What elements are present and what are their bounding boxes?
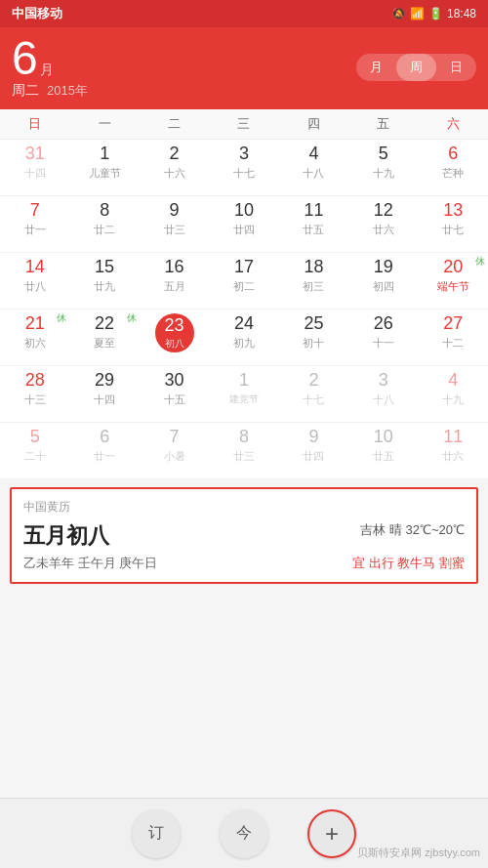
- day-cell[interactable]: 5二十: [0, 423, 69, 479]
- weekday-sun: 日: [0, 109, 69, 139]
- day-cell[interactable]: 6芒种: [419, 140, 488, 196]
- calendar-row-1: 31十四 1儿童节 2十六 3十七 4十八 5十九 6芒种: [0, 140, 488, 196]
- day-cell[interactable]: 30十五: [140, 366, 209, 423]
- watermark: 贝斯特安卓网 zjbstyy.com: [357, 846, 480, 860]
- day-cell[interactable]: 17初二: [209, 253, 278, 310]
- calendar-row-3: 14廿八 15廿九 16五月 17初二 18初三 19初四 休 20端午节: [0, 253, 488, 310]
- info-sub-row: 乙未羊年 壬午月 庚午日 宜 出行 教牛马 割蜜: [23, 555, 465, 572]
- day-cell[interactable]: 19初四: [348, 253, 418, 310]
- calendar-row-4: 休 21初六 休 22夏至 23初八 24初九 25初十 26十一 27十二: [0, 310, 488, 366]
- weekday-sat: 六: [419, 109, 488, 139]
- day-cell[interactable]: 28十三: [0, 366, 69, 423]
- carrier-label: 中国移动: [12, 5, 62, 22]
- calendar-row-2: 7廿一 8廿二 9廿三 10廿四 11廿五 12廿六 13廿七: [0, 196, 488, 253]
- day-cell[interactable]: 26十一: [348, 310, 418, 366]
- silent-icon: 🔕: [391, 7, 406, 21]
- subscribe-button[interactable]: 订: [132, 809, 181, 858]
- day-cell[interactable]: 休 22夏至: [69, 310, 139, 366]
- info-location: 吉林 晴 32℃~20℃: [360, 521, 465, 539]
- day-cell[interactable]: 9廿四: [279, 423, 348, 479]
- day-cell[interactable]: 5十九: [348, 140, 418, 196]
- day-cell[interactable]: 9廿三: [140, 196, 209, 253]
- day-cell[interactable]: 6廿一: [69, 423, 139, 479]
- day-cell[interactable]: 25初十: [279, 310, 348, 366]
- day-cell[interactable]: 31十四: [0, 140, 69, 196]
- header-month-label: 月: [40, 62, 54, 79]
- day-cell-today[interactable]: 23初八: [140, 310, 209, 366]
- day-cell[interactable]: 10廿四: [209, 196, 278, 253]
- calendar-row-6: 5二十 6廿一 7小暑 8廿三 9廿四 10廿五 11廿六: [0, 423, 488, 479]
- header-year: 2015年: [47, 82, 88, 100]
- day-cell[interactable]: 11廿六: [419, 423, 488, 479]
- info-date-cn: 五月初八: [23, 521, 109, 551]
- today-button[interactable]: 今: [220, 809, 268, 858]
- day-cell[interactable]: 3十八: [348, 366, 418, 423]
- info-weather-block: 吉林 晴 32℃~20℃: [360, 521, 465, 539]
- time-label: 18:48: [447, 7, 476, 21]
- day-cell[interactable]: 24初九: [209, 310, 278, 366]
- view-btn-day[interactable]: 日: [436, 54, 476, 81]
- day-cell[interactable]: 16五月: [140, 253, 209, 310]
- view-btn-week[interactable]: 周: [396, 54, 436, 81]
- status-icons: 🔕 📶 🔋 18:48: [391, 7, 476, 21]
- weekday-wed: 三: [209, 109, 278, 139]
- info-panel: 中国黄历 五月初八 吉林 晴 32℃~20℃ 乙未羊年 壬午月 庚午日 宜 出行…: [10, 487, 478, 584]
- day-cell[interactable]: 12廿六: [348, 196, 418, 253]
- calendar-row-5: 28十三 29十四 30十五 1建党节 2十七 3十八 4十九: [0, 366, 488, 423]
- day-cell[interactable]: 27十二: [419, 310, 488, 366]
- day-cell[interactable]: 2十六: [140, 140, 209, 196]
- day-cell[interactable]: 1儿童节: [69, 140, 139, 196]
- day-cell[interactable]: 1建党节: [209, 366, 278, 423]
- weekday-tue: 二: [140, 109, 209, 139]
- day-cell[interactable]: 14廿八: [0, 253, 69, 310]
- weekday-header: 日 一 二 三 四 五 六: [0, 109, 488, 140]
- day-cell[interactable]: 8廿二: [69, 196, 139, 253]
- day-cell[interactable]: 3十七: [209, 140, 278, 196]
- day-cell[interactable]: 15廿九: [69, 253, 139, 310]
- view-btn-month[interactable]: 月: [356, 54, 396, 81]
- weekday-mon: 一: [69, 109, 139, 139]
- day-cell[interactable]: 4十九: [419, 366, 488, 423]
- day-cell[interactable]: 29十四: [69, 366, 139, 423]
- header-date-info: 6 月 周二 2015年: [12, 35, 88, 100]
- signal-icon: 📶: [410, 7, 425, 21]
- add-event-button[interactable]: +: [307, 809, 356, 858]
- header-weekday: 周二: [12, 82, 39, 100]
- day-cell[interactable]: 休 21初六: [0, 310, 69, 366]
- info-yi: 宜 出行 教牛马 割蜜: [352, 555, 465, 572]
- day-cell[interactable]: 休 20端午节: [419, 253, 488, 310]
- day-cell[interactable]: 8廿三: [209, 423, 278, 479]
- status-bar: 中国移动 🔕 📶 🔋 18:48: [0, 0, 488, 27]
- day-cell[interactable]: 18初三: [279, 253, 348, 310]
- info-ganzhi: 乙未羊年 壬午月 庚午日: [23, 555, 157, 572]
- calendar-header: 6 月 周二 2015年 月 周 日: [0, 27, 488, 109]
- calendar: 日 一 二 三 四 五 六 31十四 1儿童节 2十六 3十七 4十八 5十九 …: [0, 109, 488, 479]
- day-cell[interactable]: 11廿五: [279, 196, 348, 253]
- day-cell[interactable]: 10廿五: [348, 423, 418, 479]
- weekday-fri: 五: [348, 109, 418, 139]
- day-cell[interactable]: 7廿一: [0, 196, 69, 253]
- day-cell[interactable]: 7小暑: [140, 423, 209, 479]
- battery-icon: 🔋: [428, 7, 443, 21]
- view-switcher: 月 周 日: [356, 54, 476, 81]
- day-cell[interactable]: 13廿七: [419, 196, 488, 253]
- info-main-row: 五月初八 吉林 晴 32℃~20℃: [23, 521, 465, 551]
- holiday-tag: 休: [57, 311, 66, 325]
- header-month: 6: [12, 35, 38, 82]
- info-title: 中国黄历: [23, 499, 465, 516]
- day-cell[interactable]: 2十七: [279, 366, 348, 423]
- day-cell[interactable]: 4十八: [279, 140, 348, 196]
- weekday-thu: 四: [279, 109, 348, 139]
- holiday-tag: 休: [475, 255, 485, 269]
- holiday-tag: 休: [127, 311, 137, 325]
